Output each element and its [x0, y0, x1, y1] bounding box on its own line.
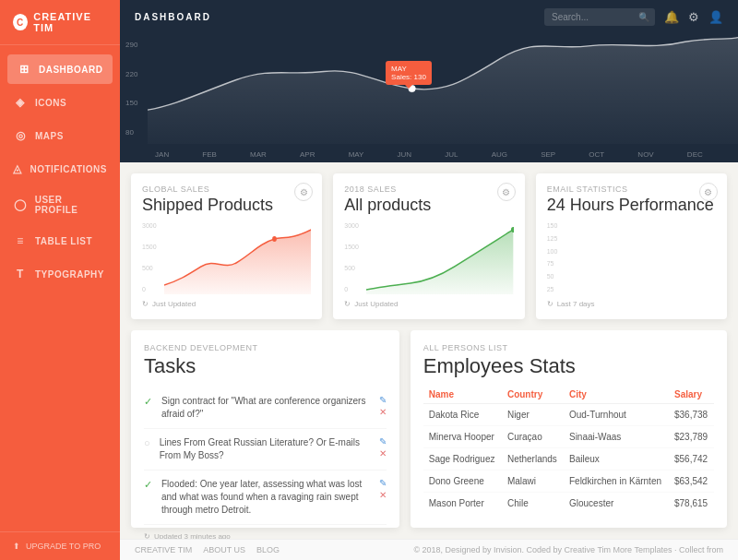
user-avatar-icon[interactable]: 👤 [708, 10, 723, 24]
search-wrap: 🔍 [544, 7, 655, 26]
x-jul: JUL [445, 150, 458, 159]
sidebar-item-typography[interactable]: T TYPOGRAPHY [0, 257, 120, 291]
bottom-row: Backend Development Tasks ✓ Sign contrac… [120, 330, 738, 539]
footer-copyright: © 2018, Designed by Invision. Coded by C… [413, 545, 723, 554]
task-delete-0[interactable]: ✕ [379, 407, 387, 417]
logo-text: CREATIVE TIM [33, 11, 107, 33]
notifications-bell-icon[interactable]: 🔔 [664, 10, 679, 24]
sidebar-item-notifications[interactable]: ◬ NOTIFICATIONS [0, 152, 120, 185]
task-edit-0[interactable]: ✎ [379, 395, 387, 405]
emp-city-1: Sinaai-Waas [564, 426, 669, 448]
sidebar-nav: ⊞ DASHBOARD ◈ ICONS ◎ MAPS ◬ NOTIFICATIO… [0, 45, 120, 531]
footer-brand[interactable]: CREATIVE TIM [135, 545, 192, 554]
tooltip-value: Sales: 130 [391, 73, 426, 81]
x-jun: JUN [398, 150, 412, 159]
col-city: City [564, 386, 669, 404]
nav-label-icons: ICONS [35, 98, 66, 108]
footer: CREATIVE TIM ABOUT US BLOG © 2018, Desig… [120, 539, 738, 560]
sidebar-item-maps[interactable]: ◎ MAPS [0, 119, 120, 152]
tasks-subtitle: Backend Development [144, 343, 387, 352]
shipped-products-card: ⚙ Global Sales Shipped Products 3000 150… [131, 173, 322, 319]
employees-table: Name Country City Salary Dakota RiceNige… [423, 386, 714, 514]
shipped-footer: ↻ Just Updated [142, 300, 311, 308]
tooltip-label: MAY [391, 65, 426, 73]
shipped-chart [142, 220, 311, 294]
emp-city-0: Oud-Turnhout [564, 404, 669, 426]
table-row: Dono GreeneMalawiFeldkirchen in Kärnten$… [423, 471, 714, 493]
footer-links: CREATIVE TIM ABOUT US BLOG [135, 545, 280, 554]
chart-tooltip: MAY Sales: 130 [386, 61, 432, 85]
task-check-0: ✓ [144, 396, 152, 408]
table-row: Minerva HooperCuraçaoSinaai-Waas$23,789 [423, 426, 714, 448]
chart-y-labels: 290 220 150 80 [120, 33, 143, 144]
allproducts-chart-wrap: 3000 1500 500 0 [344, 220, 513, 294]
all-products-card: ⚙ 2018 Sales All products 3000 1500 500 … [333, 173, 524, 319]
x-dec: DEC [687, 150, 703, 159]
shipped-subtitle: Global Sales [142, 185, 311, 194]
footer-about[interactable]: ABOUT US [203, 545, 245, 554]
search-icon[interactable]: 🔍 [638, 12, 649, 22]
x-apr: APR [300, 150, 315, 159]
nav-label-dashboard: DASHBOARD [39, 65, 103, 75]
employees-card: All Persons List Employees Stats Name Co… [411, 330, 727, 528]
emp-city-3: Feldkirchen in Kärnten [564, 471, 669, 493]
emp-salary-4: $78,615 [669, 493, 714, 515]
table-row: Dakota RiceNigerOud-Turnhout$36,738 [423, 404, 714, 426]
task-text-1: Lines From Great Russian Literature? Or … [160, 436, 370, 462]
emp-salary-3: $63,542 [669, 471, 714, 493]
sidebar-logo: C CREATIVE TIM [0, 0, 120, 45]
x-feb: FEB [202, 150, 217, 159]
task-edit-1[interactable]: ✎ [379, 436, 387, 447]
typography-icon: T [13, 267, 28, 281]
y-label-150: 150 [125, 99, 137, 107]
task-check-1: ○ [144, 437, 150, 448]
allproducts-chart [344, 220, 513, 294]
sidebar-item-dashboard[interactable]: ⊞ DASHBOARD [7, 54, 113, 84]
sidebar-item-icons[interactable]: ◈ ICONS [0, 86, 120, 119]
emp-salary-2: $56,742 [669, 448, 714, 471]
nav-label-notifications: NOTIFICATIONS [30, 164, 107, 174]
cards-row: ⚙ Global Sales Shipped Products 3000 150… [120, 162, 738, 330]
notifications-icon: ◬ [13, 161, 22, 176]
nav-label-tablelist: TABLE LIST [35, 236, 92, 246]
allproducts-footer: ↻ Just Updated [344, 300, 513, 308]
x-aug: AUG [492, 150, 507, 159]
performance-chart-wrap: 150 125 100 75 50 25 [547, 220, 716, 294]
table-row: Mason PorterChileGloucester$78,615 [423, 493, 714, 515]
emp-country-0: Niger [502, 404, 564, 426]
emp-salary-0: $36,738 [669, 404, 714, 426]
allproducts-title: All products [344, 196, 513, 215]
maps-icon: ◎ [13, 128, 28, 143]
allproducts-subtitle: 2018 Sales [344, 185, 513, 194]
sidebar-footer[interactable]: ⬆ UPGRADE TO PRO [0, 531, 120, 560]
emp-name-3: Dono Greene [423, 471, 502, 493]
upgrade-label: UPGRADE TO PRO [26, 542, 101, 551]
table-header-row: Name Country City Salary [423, 386, 714, 404]
sidebar-item-userprofile[interactable]: ◯ USER PROFILE [0, 185, 120, 224]
task-delete-1[interactable]: ✕ [379, 448, 387, 459]
x-mar: MAR [250, 150, 267, 159]
footer-blog[interactable]: BLOG [256, 545, 280, 554]
x-jan: JAN [155, 150, 169, 159]
table-row: Sage RodriguezNetherlandsBaileux$56,742 [423, 448, 714, 471]
nav-label-maps: MAPS [35, 131, 64, 141]
nav-label-userprofile: USER PROFILE [35, 195, 107, 215]
emp-city-2: Baileux [564, 448, 669, 471]
x-may: MAY [349, 150, 364, 159]
task-delete-2[interactable]: ✕ [379, 490, 387, 500]
task-edit-2[interactable]: ✎ [379, 478, 387, 488]
settings-gear-icon[interactable]: ⚙ [688, 10, 699, 24]
header-title: DASHBOARD [135, 12, 211, 22]
sidebar-item-tablelist[interactable]: ≡ TABLE LIST [0, 224, 120, 257]
task-actions-1: ✎ ✕ [379, 436, 387, 459]
performance-footer: ↻ Last 7 days [547, 300, 716, 308]
emp-name-4: Mason Porter [423, 493, 502, 515]
allproducts-card-settings[interactable]: ⚙ [497, 183, 516, 201]
icons-icon: ◈ [13, 95, 28, 110]
performance-card-settings[interactable]: ⚙ [699, 183, 718, 201]
performance-y-labels: 150 125 100 75 50 25 [547, 220, 558, 294]
task-text-2: Flooded: One year later, assessing what … [161, 478, 370, 517]
y-label-290: 290 [125, 41, 137, 49]
shipped-chart-wrap: 3000 1500 500 0 [142, 220, 311, 294]
y-label-80: 80 [125, 128, 137, 137]
